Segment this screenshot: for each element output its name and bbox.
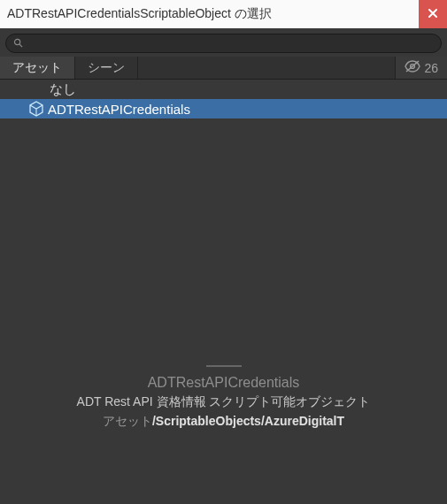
search-input[interactable]	[27, 37, 434, 50]
tabs-spacer	[138, 57, 395, 79]
list-item-label: ADTRestAPICredentials	[48, 102, 190, 117]
scriptable-object-icon	[28, 101, 44, 117]
list-item-none[interactable]: なし	[0, 80, 447, 99]
list-item[interactable]: ADTRestAPICredentials	[0, 99, 447, 118]
svg-point-0	[14, 39, 19, 44]
search-icon	[13, 35, 23, 51]
asset-list[interactable]: なし ADTRestAPICredentials	[0, 80, 447, 364]
hidden-toggle[interactable]: 26	[395, 57, 447, 79]
detail-asset-description: ADT Rest API 資格情報 スクリプト可能オブジェクト	[9, 394, 438, 410]
splitter-handle-icon	[206, 365, 242, 367]
search-field[interactable]	[5, 34, 442, 53]
hidden-count-value: 26	[424, 61, 438, 75]
detail-asset-path: アセット/ScriptableObjects/AzureDigitalT	[9, 414, 438, 430]
close-icon	[428, 7, 438, 21]
tab-assets[interactable]: アセット	[0, 57, 75, 79]
svg-line-1	[19, 44, 22, 47]
detail-asset-name: ADTRestAPICredentials	[9, 375, 438, 391]
detail-path-prefix: アセット	[103, 414, 152, 428]
details-panel: ADTRestAPICredentials ADT Rest API 資格情報 …	[0, 368, 447, 504]
list-item-none-label: なし	[50, 81, 76, 98]
close-button[interactable]	[419, 0, 447, 28]
tab-assets-label: アセット	[12, 60, 62, 76]
detail-path-value: /ScriptableObjects/AzureDigitalT	[152, 414, 344, 428]
tab-scene-label: シーン	[88, 60, 125, 76]
eye-off-icon	[405, 60, 420, 75]
window-title: ADTRestAPICredentialsScriptableObject の選…	[7, 6, 272, 22]
window-header: ADTRestAPICredentialsScriptableObject の選…	[0, 0, 447, 28]
tab-scene[interactable]: シーン	[75, 57, 138, 79]
tabs-bar: アセット シーン 26	[0, 57, 447, 80]
